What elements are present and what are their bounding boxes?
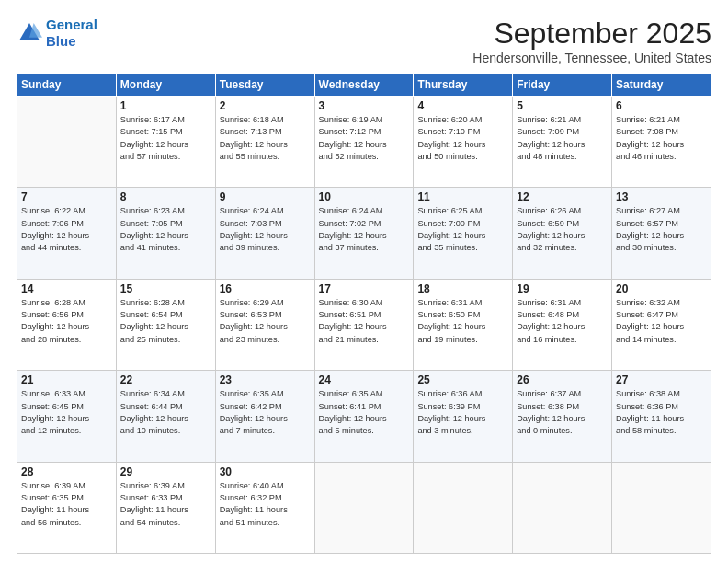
day-cell: 10Sunrise: 6:24 AM Sunset: 7:02 PM Dayli… — [314, 188, 414, 279]
day-number: 24 — [319, 373, 410, 386]
day-number: 18 — [417, 282, 508, 295]
col-header-friday: Friday — [513, 74, 612, 97]
day-number: 30 — [220, 465, 311, 478]
day-cell: 14Sunrise: 6:28 AM Sunset: 6:56 PM Dayli… — [17, 279, 117, 370]
day-number: 1 — [120, 99, 211, 112]
day-info: Sunrise: 6:21 AM Sunset: 7:09 PM Dayligh… — [517, 114, 608, 163]
day-info: Sunrise: 6:30 AM Sunset: 6:51 PM Dayligh… — [319, 297, 410, 346]
day-cell: 4Sunrise: 6:20 AM Sunset: 7:10 PM Daylig… — [414, 97, 513, 188]
day-info: Sunrise: 6:25 AM Sunset: 7:00 PM Dayligh… — [417, 205, 508, 254]
day-number: 12 — [517, 190, 608, 203]
day-number: 14 — [21, 282, 112, 295]
day-cell: 24Sunrise: 6:35 AM Sunset: 6:41 PM Dayli… — [314, 371, 414, 462]
day-info: Sunrise: 6:22 AM Sunset: 7:06 PM Dayligh… — [21, 205, 112, 254]
logo-blue: Blue — [46, 33, 97, 50]
day-number: 5 — [517, 99, 608, 112]
day-cell: 8Sunrise: 6:23 AM Sunset: 7:05 PM Daylig… — [116, 188, 215, 279]
day-number: 8 — [120, 190, 211, 203]
day-info: Sunrise: 6:39 AM Sunset: 6:35 PM Dayligh… — [21, 480, 112, 529]
day-number: 28 — [21, 465, 112, 478]
day-info: Sunrise: 6:29 AM Sunset: 6:53 PM Dayligh… — [220, 297, 311, 346]
day-info: Sunrise: 6:33 AM Sunset: 6:45 PM Dayligh… — [21, 388, 112, 437]
day-info: Sunrise: 6:28 AM Sunset: 6:54 PM Dayligh… — [120, 297, 211, 346]
day-cell: 15Sunrise: 6:28 AM Sunset: 6:54 PM Dayli… — [116, 279, 215, 370]
day-info: Sunrise: 6:18 AM Sunset: 7:13 PM Dayligh… — [220, 114, 311, 163]
day-cell: 2Sunrise: 6:18 AM Sunset: 7:13 PM Daylig… — [215, 97, 314, 188]
day-cell: 30Sunrise: 6:40 AM Sunset: 6:32 PM Dayli… — [215, 462, 314, 553]
page: General Blue September 2025 Hendersonvil… — [0, 0, 728, 563]
day-number: 23 — [220, 373, 311, 386]
col-header-saturday: Saturday — [612, 74, 711, 97]
day-info: Sunrise: 6:35 AM Sunset: 6:41 PM Dayligh… — [319, 388, 410, 437]
day-cell: 9Sunrise: 6:24 AM Sunset: 7:03 PM Daylig… — [215, 188, 314, 279]
day-cell: 11Sunrise: 6:25 AM Sunset: 7:00 PM Dayli… — [414, 188, 513, 279]
day-number: 4 — [417, 99, 508, 112]
month-title: September 2025 — [472, 17, 711, 51]
day-cell: 29Sunrise: 6:39 AM Sunset: 6:33 PM Dayli… — [116, 462, 215, 553]
day-info: Sunrise: 6:35 AM Sunset: 6:42 PM Dayligh… — [220, 388, 311, 437]
day-cell: 19Sunrise: 6:31 AM Sunset: 6:48 PM Dayli… — [513, 279, 612, 370]
day-number: 21 — [21, 373, 112, 386]
day-info: Sunrise: 6:24 AM Sunset: 7:03 PM Dayligh… — [220, 205, 311, 254]
day-cell: 13Sunrise: 6:27 AM Sunset: 6:57 PM Dayli… — [612, 188, 711, 279]
day-cell: 16Sunrise: 6:29 AM Sunset: 6:53 PM Dayli… — [215, 279, 314, 370]
header: General Blue September 2025 Hendersonvil… — [17, 17, 711, 65]
day-cell — [513, 462, 612, 553]
day-cell — [414, 462, 513, 553]
day-cell: 22Sunrise: 6:34 AM Sunset: 6:44 PM Dayli… — [116, 371, 215, 462]
day-info: Sunrise: 6:28 AM Sunset: 6:56 PM Dayligh… — [21, 297, 112, 346]
day-cell: 1Sunrise: 6:17 AM Sunset: 7:15 PM Daylig… — [116, 97, 215, 188]
day-info: Sunrise: 6:17 AM Sunset: 7:15 PM Dayligh… — [120, 114, 211, 163]
day-cell — [17, 97, 117, 188]
week-row-4: 21Sunrise: 6:33 AM Sunset: 6:45 PM Dayli… — [17, 371, 711, 462]
day-number: 17 — [319, 282, 410, 295]
day-cell: 18Sunrise: 6:31 AM Sunset: 6:50 PM Dayli… — [414, 279, 513, 370]
day-number: 10 — [319, 190, 410, 203]
day-number: 26 — [517, 373, 608, 386]
title-block: September 2025 Hendersonville, Tennessee… — [472, 17, 711, 65]
day-info: Sunrise: 6:21 AM Sunset: 7:08 PM Dayligh… — [616, 114, 707, 163]
day-cell: 26Sunrise: 6:37 AM Sunset: 6:38 PM Dayli… — [513, 371, 612, 462]
day-number: 2 — [220, 99, 311, 112]
day-info: Sunrise: 6:27 AM Sunset: 6:57 PM Dayligh… — [616, 205, 707, 254]
location: Hendersonville, Tennessee, United States — [472, 51, 711, 65]
day-number: 20 — [616, 282, 707, 295]
day-cell: 3Sunrise: 6:19 AM Sunset: 7:12 PM Daylig… — [314, 97, 414, 188]
calendar-header-row: SundayMondayTuesdayWednesdayThursdayFrid… — [17, 74, 711, 97]
day-info: Sunrise: 6:26 AM Sunset: 6:59 PM Dayligh… — [517, 205, 608, 254]
day-info: Sunrise: 6:37 AM Sunset: 6:38 PM Dayligh… — [517, 388, 608, 437]
day-number: 9 — [220, 190, 311, 203]
day-info: Sunrise: 6:32 AM Sunset: 6:47 PM Dayligh… — [616, 297, 707, 346]
day-cell: 12Sunrise: 6:26 AM Sunset: 6:59 PM Dayli… — [513, 188, 612, 279]
day-info: Sunrise: 6:19 AM Sunset: 7:12 PM Dayligh… — [319, 114, 410, 163]
day-number: 15 — [120, 282, 211, 295]
day-number: 6 — [616, 99, 707, 112]
day-info: Sunrise: 6:24 AM Sunset: 7:02 PM Dayligh… — [319, 205, 410, 254]
day-number: 16 — [220, 282, 311, 295]
logo-general: General — [46, 17, 97, 32]
day-info: Sunrise: 6:23 AM Sunset: 7:05 PM Dayligh… — [120, 205, 211, 254]
day-cell — [612, 462, 711, 553]
day-cell: 20Sunrise: 6:32 AM Sunset: 6:47 PM Dayli… — [612, 279, 711, 370]
logo-text: General Blue — [46, 17, 97, 50]
week-row-5: 28Sunrise: 6:39 AM Sunset: 6:35 PM Dayli… — [17, 462, 711, 553]
col-header-monday: Monday — [116, 74, 215, 97]
day-info: Sunrise: 6:34 AM Sunset: 6:44 PM Dayligh… — [120, 388, 211, 437]
col-header-tuesday: Tuesday — [215, 74, 314, 97]
day-number: 11 — [417, 190, 508, 203]
calendar: SundayMondayTuesdayWednesdayThursdayFrid… — [17, 73, 711, 554]
col-header-wednesday: Wednesday — [314, 74, 414, 97]
day-cell: 21Sunrise: 6:33 AM Sunset: 6:45 PM Dayli… — [17, 371, 117, 462]
day-info: Sunrise: 6:36 AM Sunset: 6:39 PM Dayligh… — [417, 388, 508, 437]
logo-icon — [17, 20, 42, 46]
week-row-1: 1Sunrise: 6:17 AM Sunset: 7:15 PM Daylig… — [17, 97, 711, 188]
day-cell: 7Sunrise: 6:22 AM Sunset: 7:06 PM Daylig… — [17, 188, 117, 279]
day-cell: 25Sunrise: 6:36 AM Sunset: 6:39 PM Dayli… — [414, 371, 513, 462]
day-info: Sunrise: 6:39 AM Sunset: 6:33 PM Dayligh… — [120, 480, 211, 529]
day-info: Sunrise: 6:31 AM Sunset: 6:48 PM Dayligh… — [517, 297, 608, 346]
day-number: 3 — [319, 99, 410, 112]
day-number: 19 — [517, 282, 608, 295]
day-cell: 23Sunrise: 6:35 AM Sunset: 6:42 PM Dayli… — [215, 371, 314, 462]
day-number: 27 — [616, 373, 707, 386]
day-cell: 6Sunrise: 6:21 AM Sunset: 7:08 PM Daylig… — [612, 97, 711, 188]
